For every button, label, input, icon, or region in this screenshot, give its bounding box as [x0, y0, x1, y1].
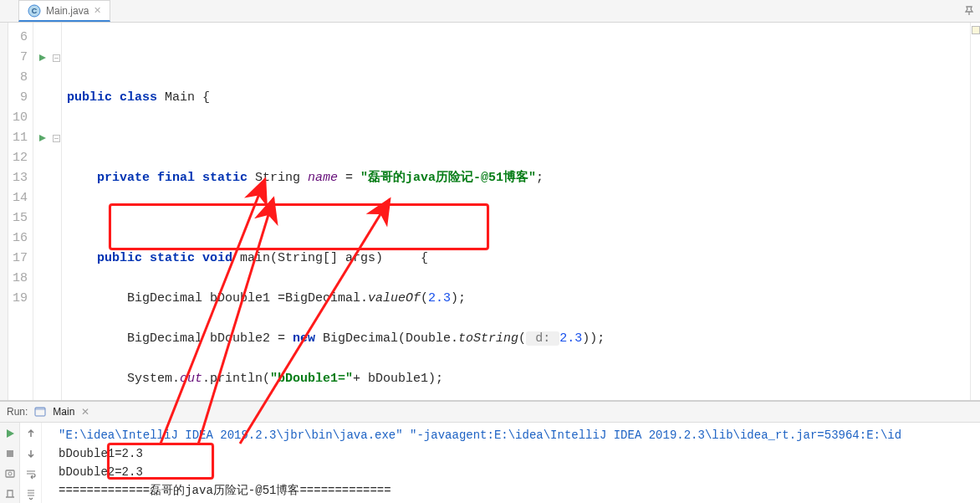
run-marker-gutter: [33, 23, 52, 400]
run-tool-window: Run: Main ✕ "E:\idea\IntelliJ IDEA 201: [0, 401, 980, 503]
kw-main-modifiers: public static void: [97, 251, 240, 265]
fold-toggle[interactable]: [52, 48, 61, 68]
scroll-down-icon[interactable]: [23, 446, 38, 461]
stop-button[interactable]: [3, 446, 18, 461]
svg-rect-8: [6, 470, 14, 477]
scroll-to-end-icon[interactable]: [23, 486, 38, 501]
dump-threads-button[interactable]: [3, 466, 18, 481]
file-tab[interactable]: C Main.java ✕: [18, 0, 110, 22]
soft-wrap-icon[interactable]: [23, 466, 38, 481]
red-box-console: [107, 443, 214, 480]
svg-text:C: C: [32, 7, 38, 15]
editor-tab-strip: C Main.java ✕: [0, 0, 980, 23]
console-line-3: =============磊哥的java历险记-@51博客===========…: [59, 481, 973, 500]
ctor-bigdecimal: BigDecimal(Double.: [323, 331, 458, 346]
pin-tab-icon[interactable]: [963, 5, 975, 19]
run-line-marker[interactable]: [33, 128, 52, 148]
literal-2.3a: 2.3: [428, 291, 451, 305]
run-config-icon[interactable]: [34, 406, 46, 418]
call-valueof: valueOf: [368, 291, 421, 305]
run-toolbar-left: [0, 423, 20, 503]
far-gutter: [0, 23, 8, 400]
analysis-status-icon[interactable]: [972, 26, 980, 34]
scroll-up-icon[interactable]: [23, 426, 38, 441]
main-signature: (String[] args) {: [270, 251, 428, 265]
fold-toggle[interactable]: [52, 128, 61, 148]
type-string: String: [255, 171, 308, 185]
code-area[interactable]: public class Main { private final static…: [62, 23, 970, 400]
kw-public-class: public class: [67, 90, 165, 105]
editor-body[interactable]: 678910111213141516171819 public class Ma…: [0, 23, 980, 400]
system-out-1: out: [180, 372, 202, 386]
literal-2.3b: 2.3: [559, 331, 582, 346]
param-hint-d: d:: [526, 331, 559, 346]
svg-marker-6: [7, 429, 14, 438]
brace-open-class: {: [195, 90, 210, 105]
svg-point-9: [8, 472, 12, 475]
run-config-name[interactable]: Main: [53, 406, 74, 418]
println-str-1: "bDouble1=": [270, 372, 353, 386]
svg-rect-5: [35, 408, 45, 410]
kw-new: new: [293, 331, 323, 346]
run-line-marker[interactable]: [33, 48, 52, 68]
console-output[interactable]: "E:\idea\IntelliJ IDEA 2019.2.3\jbr\bin\…: [42, 423, 980, 503]
run-body: "E:\idea\IntelliJ IDEA 2019.2.3\jbr\bin\…: [0, 423, 980, 503]
svg-marker-2: [39, 54, 46, 61]
console-cmd-line: "E:\idea\IntelliJ IDEA 2019.2.3\jbr\bin\…: [59, 426, 973, 444]
class-name: Main: [165, 90, 195, 105]
exit-button[interactable]: [3, 486, 18, 501]
line-number-gutter: 678910111213141516171819: [8, 23, 33, 400]
editor-zone: C Main.java ✕ 678910111213141516171819 p…: [0, 0, 980, 401]
field-name: name: [308, 171, 338, 185]
file-tab-name: Main.java: [46, 5, 89, 17]
field-value-string: "磊哥的java历险记-@51博客": [360, 171, 536, 185]
method-name-main: main: [240, 251, 270, 265]
kw-field-modifiers: private final static: [97, 171, 255, 185]
error-stripe[interactable]: [970, 23, 980, 400]
run-tab-close-icon[interactable]: ✕: [81, 406, 89, 418]
svg-rect-7: [7, 450, 13, 457]
rerun-button[interactable]: [3, 426, 18, 441]
run-header: Run: Main ✕: [0, 402, 980, 423]
call-tostring: toString: [458, 331, 518, 346]
java-class-icon: C: [28, 4, 41, 18]
run-label: Run:: [7, 406, 28, 418]
run-toolbar-inner: [20, 423, 42, 503]
svg-marker-3: [39, 135, 46, 141]
close-tab-icon[interactable]: ✕: [94, 5, 101, 16]
fold-gutter: [52, 23, 62, 400]
